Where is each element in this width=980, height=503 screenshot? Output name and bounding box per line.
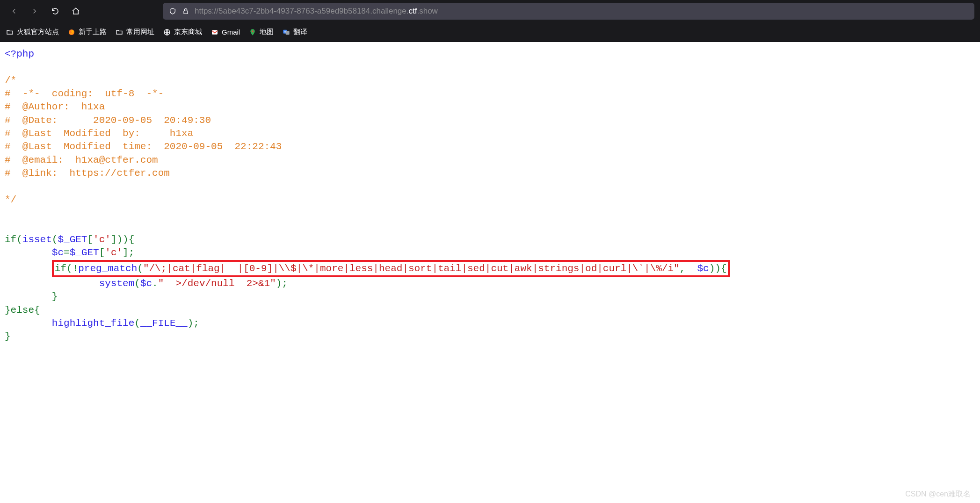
semi: ); — [188, 318, 199, 329]
bookmark-item-gmail[interactable]: Gmail — [211, 28, 240, 36]
svg-rect-0 — [184, 11, 188, 14]
fn-pregmatch: preg_match — [78, 263, 137, 274]
brace-close: } — [5, 331, 11, 342]
address-bar[interactable]: https://5abe43c7-2bb4-4937-8763-a59ed9b5… — [163, 3, 974, 20]
brace-close: } — [52, 291, 58, 302]
fn-system: system — [99, 278, 135, 289]
browser-chrome: https://5abe43c7-2bb4-4937-8763-a59ed9b5… — [0, 0, 980, 42]
comma: , — [680, 263, 697, 274]
kw-if-not: if(! — [55, 263, 78, 274]
svg-point-4 — [252, 30, 254, 32]
bookmark-item-translate[interactable]: 文 翻译 — [282, 28, 307, 36]
svg-rect-3 — [212, 30, 218, 34]
php-open-tag: <?php — [5, 49, 34, 59]
reload-icon — [51, 7, 59, 15]
fn-isset: isset — [22, 234, 52, 245]
browser-toolbar: https://5abe43c7-2bb4-4937-8763-a59ed9b5… — [0, 0, 980, 22]
bookmark-label: 新手上路 — [79, 28, 107, 36]
bookmark-item-common[interactable]: 常用网址 — [115, 28, 154, 36]
gmaps-icon — [248, 28, 257, 36]
arrow-right-icon — [30, 7, 39, 15]
bracket: [ — [87, 234, 93, 245]
bookmark-label: 翻译 — [293, 28, 307, 36]
const-file: __FILE__ — [140, 318, 188, 329]
gtranslate-icon: 文 — [282, 28, 290, 36]
home-icon — [72, 7, 80, 15]
semi: ); — [276, 278, 288, 289]
gmail-icon — [211, 28, 219, 36]
close-cond: )){ — [709, 263, 727, 274]
globe-icon — [163, 28, 171, 36]
kw-if: if( — [5, 234, 22, 245]
reload-button[interactable] — [47, 3, 64, 20]
bookmark-label: 地图 — [260, 28, 274, 36]
var-c: $c — [140, 278, 152, 289]
bookmark-label: 火狐官方站点 — [17, 28, 59, 36]
paren: ( — [134, 318, 140, 329]
arrow-left-icon — [10, 7, 18, 15]
bookmark-label: 常用网址 — [126, 28, 154, 36]
url-text: https://5abe43c7-2bb4-4937-8763-a59ed9b5… — [195, 7, 438, 16]
bracket: [ — [99, 247, 105, 258]
close-cond: ])){ — [111, 234, 134, 245]
bookmark-label: Gmail — [222, 28, 240, 36]
var-get: $_GET — [58, 234, 87, 245]
back-button[interactable] — [6, 3, 22, 20]
var-c: $c — [697, 263, 709, 274]
kw-else: }else{ — [5, 305, 40, 316]
home-button[interactable] — [67, 3, 84, 20]
bookmark-item-firefox-official[interactable]: 火狐官方站点 — [6, 28, 59, 36]
fn-highlightfile: highlight_file — [52, 318, 134, 329]
str-c: 'c' — [93, 234, 111, 245]
bookmark-item-maps[interactable]: 地图 — [248, 28, 274, 36]
folder-icon — [6, 28, 14, 36]
paren: ( — [137, 263, 143, 274]
str-c: 'c' — [105, 247, 123, 258]
svg-text:文: 文 — [284, 30, 287, 33]
var-c: $c — [52, 247, 64, 258]
bookmark-item-jd[interactable]: 京东商城 — [163, 28, 202, 36]
dot: . — [152, 278, 158, 289]
bookmark-item-getting-started[interactable]: 新手上路 — [67, 28, 107, 36]
shield-icon — [168, 7, 177, 15]
paren: ( — [52, 234, 58, 245]
page-content: <?php /* # -*- coding: utf-8 -*- # @Auth… — [0, 42, 980, 349]
str-redirect: " >/dev/null 2>&1" — [158, 278, 276, 289]
eq: = — [64, 247, 70, 258]
var-get: $_GET — [70, 247, 99, 258]
forward-button[interactable] — [26, 3, 43, 20]
lock-icon — [181, 7, 190, 15]
php-source: <?php /* # -*- coding: utf-8 -*- # @Auth… — [5, 48, 975, 344]
firefox-icon — [67, 28, 76, 36]
paren: ( — [134, 278, 140, 289]
regex-string: "/\;|cat|flag| |[0-9]|\\$|\*|more|less|h… — [143, 263, 680, 274]
highlighted-filter-line: if(!preg_match("/\;|cat|flag| |[0-9]|\\$… — [52, 260, 730, 277]
php-comment-block: /* # -*- coding: utf-8 -*- # @Author: h1… — [5, 75, 282, 205]
semi: ]; — [123, 247, 134, 258]
bookmarks-bar: 火狐官方站点 新手上路 常用网址 京东商城 Gmail 地图 文 翻译 — [0, 22, 980, 42]
folder-icon — [115, 28, 123, 36]
bookmark-label: 京东商城 — [174, 28, 202, 36]
